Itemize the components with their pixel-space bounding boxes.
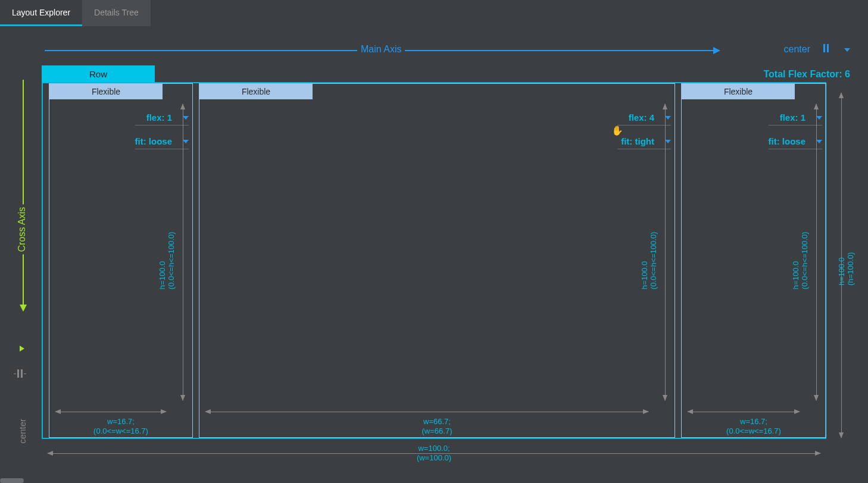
width-dimension: w=16.7;(0.0<=w<=16.7): [682, 417, 826, 437]
child-properties: flex: 1 fit: loose: [135, 112, 189, 149]
main-axis-label: Main Axis: [357, 44, 405, 55]
play-icon[interactable]: [20, 346, 24, 352]
chevron-down-icon: [816, 140, 822, 143]
width-arrow: [688, 412, 800, 412]
layout-canvas: Main Axis center Cross Axis center Row T…: [0, 26, 868, 483]
height-dimension: h=100.0(0.0<=h<=100.0): [791, 232, 809, 290]
main-axis-alignment-value: center: [784, 44, 810, 54]
fit-dropdown[interactable]: fit: loose: [769, 136, 823, 149]
fit-dropdown[interactable]: fit: tight: [617, 136, 671, 149]
flexible-tag: Flexible: [199, 84, 313, 99]
total-flex-factor: Total Flex Factor: 6: [763, 69, 850, 80]
flexible-child-1[interactable]: Flexible flex: 1 fit: loose h=100.0(0.0<…: [49, 83, 193, 438]
fit-value: fit: loose: [769, 136, 806, 146]
flex-dropdown[interactable]: flex: 4: [617, 112, 671, 126]
chevron-down-icon: [183, 140, 189, 143]
height-arrow: [816, 104, 817, 400]
flexible-tag: Flexible: [49, 84, 163, 99]
fit-value: fit: loose: [135, 136, 173, 146]
flex-value: flex: 1: [780, 112, 805, 123]
child-properties: flex: 4 fit: tight: [617, 112, 671, 149]
row-widget-tag[interactable]: Row: [42, 65, 155, 82]
flexible-tag: Flexible: [682, 84, 795, 99]
main-axis-alignment-dropdown[interactable]: center: [784, 44, 810, 55]
align-space-icon: [823, 44, 829, 52]
height-dimension: h=100.0(0.0<=h<=100.0): [158, 232, 176, 290]
chevron-down-icon: [844, 48, 850, 52]
width-dimension: w=16.7;(0.0<=w<=16.7): [49, 417, 192, 437]
height-arrow: [665, 104, 666, 400]
height-arrow: [183, 104, 183, 400]
cross-axis-spacing-control[interactable]: [17, 369, 23, 378]
chevron-down-icon: [665, 116, 671, 120]
chevron-down-icon: [665, 140, 671, 143]
flexible-child-2[interactable]: Flexible flex: 4 fit: tight h=100.0(0.0<…: [199, 83, 675, 438]
cross-axis-alignment-dropdown[interactable]: center: [17, 419, 27, 444]
width-dimension: w=66.7;(w=66.7): [199, 417, 675, 437]
fit-value: fit: tight: [621, 136, 654, 146]
row-container-box: Flexible flex: 1 fit: loose h=100.0(0.0<…: [42, 82, 826, 439]
width-arrow: [205, 412, 648, 412]
cross-axis-label: Cross Axis: [17, 205, 27, 255]
tabs: Layout Explorer Details Tree: [0, 0, 868, 26]
horizontal-scrollbar[interactable]: [0, 478, 24, 483]
flexible-child-3[interactable]: Flexible flex: 1 fit: loose h=100.0(0.0<…: [681, 83, 826, 438]
container-width-dimension: w=100.0;(w=100.0): [0, 444, 868, 463]
chevron-down-icon: [183, 116, 189, 120]
main-axis-controls: center: [784, 44, 850, 55]
chevron-down-icon: [816, 116, 822, 120]
flex-value: flex: 1: [146, 112, 172, 123]
tab-details-tree[interactable]: Details Tree: [82, 0, 151, 26]
height-dimension: h=100.0(0.0<=h<=100.0): [640, 232, 658, 290]
flex-value: flex: 4: [629, 112, 654, 123]
cross-axis-arrow: [23, 80, 24, 310]
flex-dropdown[interactable]: flex: 1: [135, 112, 189, 126]
tab-layout-explorer[interactable]: Layout Explorer: [0, 0, 82, 26]
main-axis-spacing-dropdown[interactable]: [823, 44, 829, 55]
child-properties: flex: 1 fit: loose: [769, 112, 823, 149]
container-height-dimension: h=100.0(h=100.0): [837, 252, 855, 286]
fit-dropdown[interactable]: fit: loose: [135, 136, 189, 149]
width-arrow: [55, 412, 166, 412]
main-axis-extra-dropdown[interactable]: [842, 44, 850, 55]
flex-dropdown[interactable]: flex: 1: [769, 112, 822, 126]
